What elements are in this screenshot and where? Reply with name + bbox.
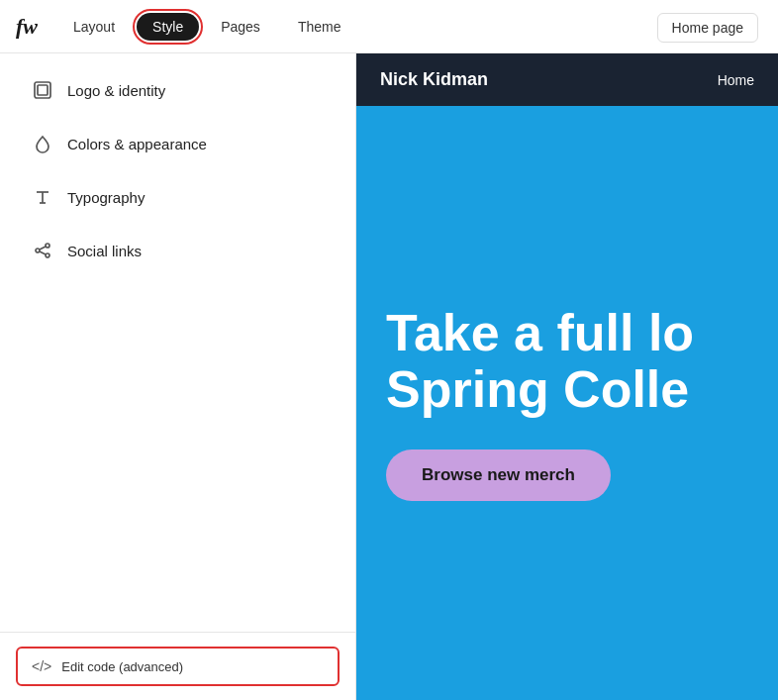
sidebar-item-logo-identity[interactable]: Logo & identity: [16, 65, 340, 115]
preview-navbar: Nick Kidman Home: [356, 53, 778, 106]
tab-theme[interactable]: Theme: [282, 13, 357, 41]
svg-rect-1: [38, 85, 48, 95]
sidebar-footer: </> Edit code (advanced): [0, 632, 355, 700]
square-icon: [32, 79, 53, 101]
sidebar-item-social[interactable]: Social links: [16, 226, 340, 275]
preview-frame: Nick Kidman Home Take a full lo Spring C…: [356, 53, 778, 700]
tab-layout[interactable]: Layout: [57, 13, 131, 41]
svg-line-5: [40, 247, 46, 250]
svg-point-2: [46, 244, 49, 248]
preview-hero-title: Take a full lo Spring Colle: [386, 305, 694, 418]
drop-icon: [32, 133, 53, 154]
share-icon: [32, 240, 53, 261]
sidebar-item-logo-identity-label: Logo & identity: [67, 82, 165, 99]
sidebar-menu: Logo & identity Colors & appearance: [0, 53, 355, 632]
edit-code-button[interactable]: </> Edit code (advanced): [16, 647, 340, 686]
sidebar: Logo & identity Colors & appearance: [0, 53, 356, 700]
preview-hero: Take a full lo Spring Colle Browse new m…: [356, 106, 778, 700]
preview-pane: Nick Kidman Home Take a full lo Spring C…: [356, 53, 778, 700]
top-bar: fw Layout Style Pages Theme Home page: [0, 0, 778, 53]
typography-icon: [32, 186, 53, 208]
preview-site-title: Nick Kidman: [380, 69, 488, 90]
svg-point-3: [36, 249, 40, 252]
preview-hero-button[interactable]: Browse new merch: [386, 450, 611, 501]
sidebar-item-colors-label: Colors & appearance: [67, 136, 207, 152]
tab-pages[interactable]: Pages: [205, 13, 276, 41]
main-content: Logo & identity Colors & appearance: [0, 53, 778, 700]
sidebar-item-typography-label: Typography: [67, 189, 145, 206]
svg-point-4: [46, 253, 49, 257]
sidebar-item-social-label: Social links: [67, 243, 142, 259]
preview-nav-link: Home: [718, 72, 754, 88]
edit-code-label: Edit code (advanced): [61, 659, 183, 674]
tab-style[interactable]: Style: [137, 13, 199, 41]
sidebar-item-colors[interactable]: Colors & appearance: [16, 119, 340, 168]
sidebar-item-typography[interactable]: Typography: [16, 172, 340, 222]
svg-line-6: [40, 251, 46, 254]
page-selector[interactable]: Home page: [657, 13, 758, 43]
code-icon: </>: [32, 658, 51, 674]
app-logo: fw: [16, 14, 38, 40]
